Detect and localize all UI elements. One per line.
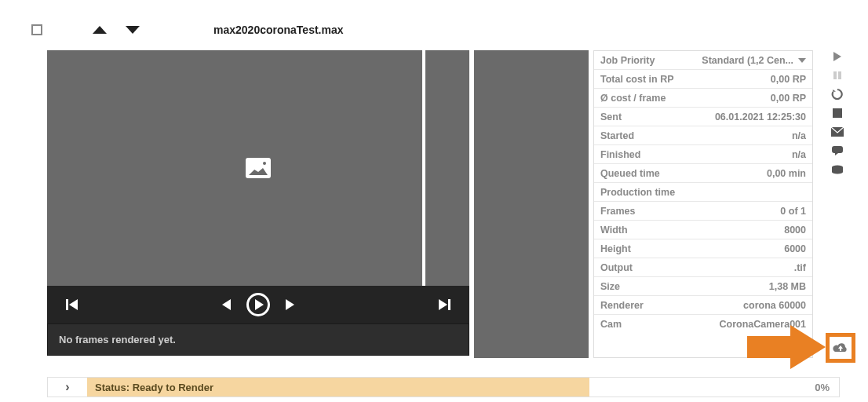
info-value: 0,00 RP [771,74,806,85]
info-row: Finishedn/a [594,145,812,164]
disk-icon[interactable] [830,163,844,176]
play-icon [255,299,264,310]
next-tri-icon [286,299,294,310]
info-value: n/a [792,130,806,141]
info-label: Output [600,262,633,273]
info-row: Total cost in RP0,00 RP [594,70,812,89]
pause-icon[interactable] [830,69,844,82]
info-row[interactable]: Job PriorityStandard (1,2 Cen... [594,51,812,70]
playback-controls [47,286,469,323]
cloud-upload-button[interactable] [826,333,855,363]
info-row: Production time [594,183,812,202]
info-label: Queued time [600,168,660,179]
status-text: Status: Ready to Render [87,378,589,397]
info-row: Size1,38 MB [594,277,812,296]
info-label: Width [600,225,628,236]
info-label: Production time [600,187,675,198]
info-value: Standard (1,2 Cen... [702,55,806,66]
play-button[interactable] [246,293,270,316]
info-row: Frames0 of 1 [594,202,812,221]
info-value: 8000 [784,225,806,236]
move-up-icon[interactable] [93,26,107,34]
select-checkbox[interactable] [31,24,42,35]
info-label: Renderer [600,300,644,311]
prev-tri-icon [222,299,231,310]
info-label: Frames [600,206,635,217]
info-value: 0 of 1 [780,206,806,217]
info-value: 6000 [784,243,806,254]
info-label: Ø cost / frame [600,93,666,104]
info-row: Ø cost / frame0,00 RP [594,89,812,108]
info-row: Renderercorona 60000 [594,296,812,315]
thumbnail-strip [474,50,589,358]
expand-chevron-icon[interactable]: › [48,380,87,394]
info-label: Finished [600,149,640,160]
info-row: Height6000 [594,239,812,258]
info-label: Cam [600,319,622,330]
next-tri-icon [439,299,447,310]
info-label: Started [600,130,634,141]
cloud-upload-icon [832,341,849,355]
info-value: n/a [792,149,806,160]
info-row: Width8000 [594,221,812,239]
svg-rect-1 [838,71,841,79]
info-value: 1,38 MB [769,281,806,292]
file-name: max2020coronaTest.max [213,24,344,36]
info-label: Total cost in RP [600,74,674,85]
move-down-icon[interactable] [126,26,140,34]
info-value: 06.01.2021 12:25:30 [715,111,806,122]
info-value: 0,00 min [767,168,806,179]
info-row: Queued time0,00 min [594,164,812,183]
refresh-icon[interactable] [830,88,844,100]
image-placeholder-icon [246,158,271,178]
info-row: Sent06.01.2021 12:25:30 [594,108,812,126]
info-value: corona 60000 [743,300,806,311]
bar-icon [448,299,450,310]
next-button[interactable] [286,299,294,310]
dropdown-caret-icon [798,58,806,63]
stop-icon[interactable] [830,107,844,119]
info-row: CamCoronaCamera001 [594,315,812,334]
info-row: Output.tif [594,258,812,277]
svg-rect-4 [832,146,843,153]
skip-end-button[interactable] [439,299,450,310]
info-label: Height [600,243,631,254]
prev-tri-icon [69,299,78,310]
info-label: Size [600,281,620,292]
bar-icon [66,299,68,310]
mail-icon[interactable] [830,126,844,138]
play-icon[interactable] [830,50,844,63]
info-label: Job Priority [600,55,655,66]
svg-rect-0 [833,71,837,79]
info-panel: Job PriorityStandard (1,2 Cen...Total co… [593,50,813,358]
info-row: Startedn/a [594,126,812,145]
progress-percent: 0% [815,382,839,393]
info-value: .tif [794,262,806,273]
svg-rect-2 [833,108,842,118]
preview-area [47,50,469,286]
no-frames-message: No frames rendered yet. [47,323,469,356]
skip-start-button[interactable] [66,299,78,310]
info-value: 0,00 RP [771,93,806,104]
status-bar: › Status: Ready to Render 0% [47,377,840,397]
prev-button[interactable] [222,299,231,310]
action-sidebar [827,50,848,176]
info-label: Sent [600,111,622,122]
chat-icon[interactable] [830,144,844,157]
